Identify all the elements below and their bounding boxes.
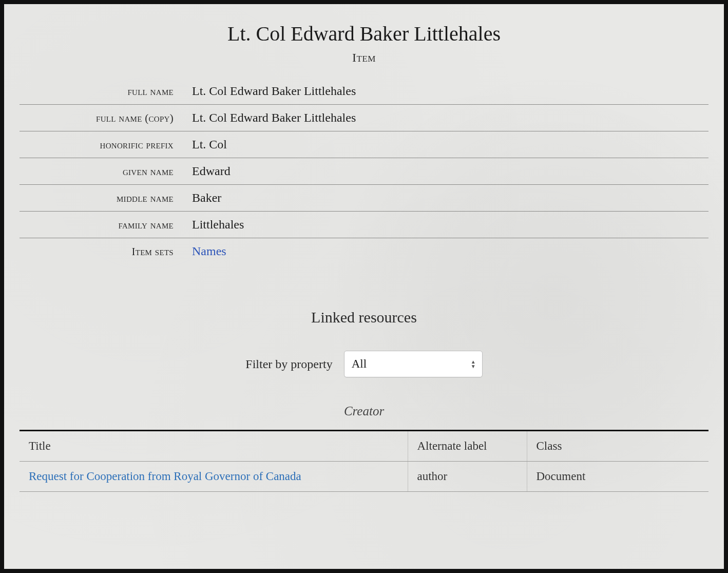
filter-select-value: All [352,357,367,371]
metadata-row: family nameLittlehales [20,212,708,238]
page-title: Lt. Col Edward Baker Littlehales [20,22,708,46]
metadata-label: given name [20,165,192,178]
column-header-alternate-label: Alternate label [408,431,527,462]
metadata-value: Edward [192,164,708,178]
metadata-value: Littlehales [192,218,708,232]
metadata-value: Lt. Col Edward Baker Littlehales [192,111,708,125]
metadata-row: middle nameBaker [20,185,708,212]
metadata-value: Lt. Col [192,138,708,151]
cell-alternate-label: author [408,462,527,492]
item-set-link[interactable]: Names [192,244,226,258]
resource-title-link[interactable]: Request for Cooperation from Royal Gover… [29,470,301,483]
select-arrows-icon: ▲▼ [471,359,476,369]
metadata-list: full nameLt. Col Edward Baker Littlehale… [20,78,708,264]
metadata-label: middle name [20,192,192,205]
metadata-row: full nameLt. Col Edward Baker Littlehale… [20,78,708,105]
metadata-row: full name (copy)Lt. Col Edward Baker Lit… [20,105,708,131]
metadata-value: Names [192,244,708,258]
metadata-label: Item sets [20,245,192,258]
metadata-row: Item setsNames [20,238,708,264]
metadata-value: Baker [192,191,708,205]
table-row: Request for Cooperation from Royal Gover… [20,462,708,492]
cell-title: Request for Cooperation from Royal Gover… [20,462,408,492]
filter-row: Filter by property All ▲▼ [20,351,708,377]
linked-group-label: Creator [20,404,708,418]
metadata-row: given nameEdward [20,158,708,185]
column-header-title: Title [20,431,408,462]
linked-resources-table: Title Alternate label Class Request for … [20,430,708,492]
metadata-label: full name [20,85,192,98]
metadata-row: honorific prefixLt. Col [20,131,708,158]
cell-class: Document [527,462,708,492]
item-type-label: Item [20,51,708,65]
table-header-row: Title Alternate label Class [20,431,708,462]
metadata-value: Lt. Col Edward Baker Littlehales [192,84,708,98]
metadata-label: family name [20,219,192,232]
metadata-label: full name (copy) [20,112,192,125]
column-header-class: Class [527,431,708,462]
filter-by-property-label: Filter by property [245,357,332,371]
filter-property-select[interactable]: All ▲▼ [344,351,483,377]
metadata-label: honorific prefix [20,139,192,151]
linked-resources-heading: Linked resources [20,309,708,326]
